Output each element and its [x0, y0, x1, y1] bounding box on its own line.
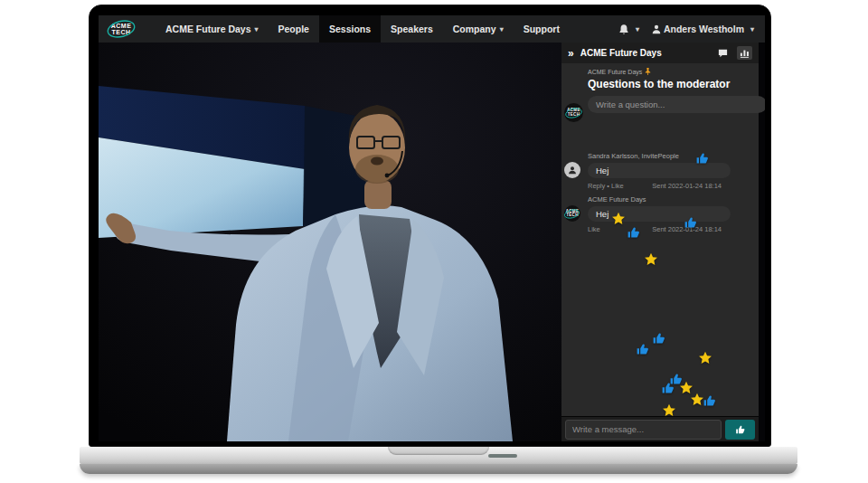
moderator-avatar: ACMETECH: [564, 103, 583, 122]
notifications-menu[interactable]: ▾: [618, 24, 639, 35]
navbar-right: ▾ Anders Westholm ▾: [618, 24, 754, 35]
nav-item-company[interactable]: Company▾: [443, 15, 514, 43]
message-composer: [561, 416, 759, 441]
user-icon: [652, 24, 661, 34]
message-bubble[interactable]: Hej: [588, 163, 731, 178]
send-like-button[interactable]: [725, 420, 755, 440]
thumbs-up-reaction-icon: [636, 342, 650, 356]
acme-avatar-logo: ACMETECH: [566, 210, 579, 218]
star-reaction-icon: [690, 393, 704, 407]
chat-bubble-icon: [718, 49, 728, 58]
thumbs-up-reaction-icon: [703, 393, 717, 408]
nav-item-speakers[interactable]: Speakers: [381, 15, 443, 43]
message-avatar: ACMETECH: [564, 205, 580, 222]
screen-content: ACME TECH ACME Future Days▾PeopleSession…: [99, 15, 765, 441]
message-author: ACME Future Days: [588, 195, 751, 204]
laptop-base-edge: [80, 464, 797, 474]
chat-message: Sandra Karlsson, InvitePeopleHejReply • …: [588, 152, 751, 190]
logo-ring-icon: [564, 107, 583, 119]
chat-tab-button[interactable]: [715, 46, 731, 60]
nav-item-sessions[interactable]: Sessions: [319, 15, 381, 43]
session-video[interactable]: [99, 43, 561, 441]
poll-tab-button[interactable]: [737, 46, 752, 60]
laptop-lid-notch: [388, 447, 489, 455]
chat-message: ACME Future DaysACMETECHHejLikeSent 2022…: [588, 195, 751, 233]
thumbs-up-icon: [735, 424, 746, 435]
logo-ring-icon: [105, 17, 137, 41]
laptop-base: [80, 447, 797, 464]
chevron-down-icon: ▾: [636, 25, 639, 33]
thumbs-up-reaction-icon: [669, 372, 684, 386]
thumbs-up-reaction-icon: [661, 381, 675, 395]
speaker-video-frame: [99, 43, 561, 441]
nav-item-support[interactable]: Support: [514, 15, 570, 43]
pinned-question-title: Questions to the moderator: [588, 78, 751, 90]
laptop-vent: [488, 454, 517, 458]
chevron-down-icon: ▾: [500, 25, 504, 33]
message-timestamp: Sent 2022-01-24 18:14: [652, 225, 722, 233]
message-timestamp: Sent 2022-01-24 18:14: [652, 182, 722, 190]
message-input[interactable]: [565, 420, 722, 440]
pinned-question-section: ACME Future Days Questions to the modera…: [561, 63, 759, 120]
chevron-down-icon: ▾: [255, 25, 259, 33]
star-reaction-icon: [644, 252, 658, 267]
top-navbar: ACME TECH ACME Future Days▾PeopleSession…: [99, 15, 765, 43]
bar-chart-icon: [740, 49, 750, 58]
message-bubble[interactable]: Hej: [588, 206, 731, 222]
collapse-sidebar-icon[interactable]: »: [568, 48, 574, 59]
acme-tech-logo[interactable]: ACME TECH: [105, 17, 137, 41]
message-avatar: [564, 162, 580, 178]
nav-item-people[interactable]: People: [269, 15, 319, 43]
sidebar-header: » ACME Future Days: [561, 43, 759, 63]
star-reaction-icon: [698, 351, 712, 365]
thumbs-up-reaction-icon: [652, 331, 666, 346]
pinned-channel-name: ACME Future Days: [588, 69, 642, 75]
question-input[interactable]: [588, 96, 765, 113]
user-name: Anders Westholm: [664, 24, 744, 34]
message-actions[interactable]: Like: [588, 225, 600, 233]
person-icon: [568, 166, 577, 175]
pinned-channel-row: ACME Future Days: [588, 68, 751, 75]
acme-avatar-logo: ACMETECH: [567, 109, 580, 117]
chevron-down-icon: ▾: [750, 25, 754, 33]
pin-icon: [645, 68, 651, 75]
event-sidebar: » ACME Future Days: [561, 43, 759, 441]
logo-ring-icon: [563, 208, 580, 220]
nav-items: ACME Future Days▾PeopleSessionsSpeakersC…: [156, 15, 570, 43]
bell-icon: [618, 24, 629, 35]
user-menu[interactable]: Anders Westholm ▾: [652, 24, 754, 34]
laptop-screen-bezel: ACME TECH ACME Future Days▾PeopleSession…: [89, 5, 771, 447]
message-author: Sandra Karlsson, InvitePeople: [588, 152, 751, 160]
message-actions[interactable]: Reply • Like: [588, 182, 624, 190]
star-reaction-icon: [679, 381, 693, 395]
sidebar-title: ACME Future Days: [580, 48, 709, 58]
nav-item-acme-future-days[interactable]: ACME Future Days▾: [156, 15, 269, 43]
message-list: Sandra Karlsson, InvitePeopleHejReply • …: [561, 145, 759, 239]
